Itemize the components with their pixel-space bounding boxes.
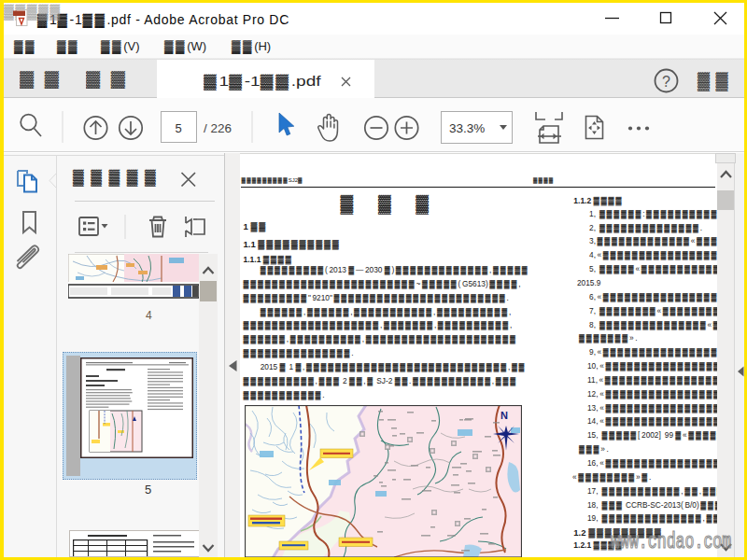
svg-text:/ 226: / 226 — [204, 121, 232, 135]
svg-text:33.3%: 33.3% — [449, 121, 485, 135]
svg-text:N: N — [500, 410, 508, 421]
svg-text:?: ? — [662, 74, 670, 90]
svg-text:5: 5 — [175, 121, 181, 135]
